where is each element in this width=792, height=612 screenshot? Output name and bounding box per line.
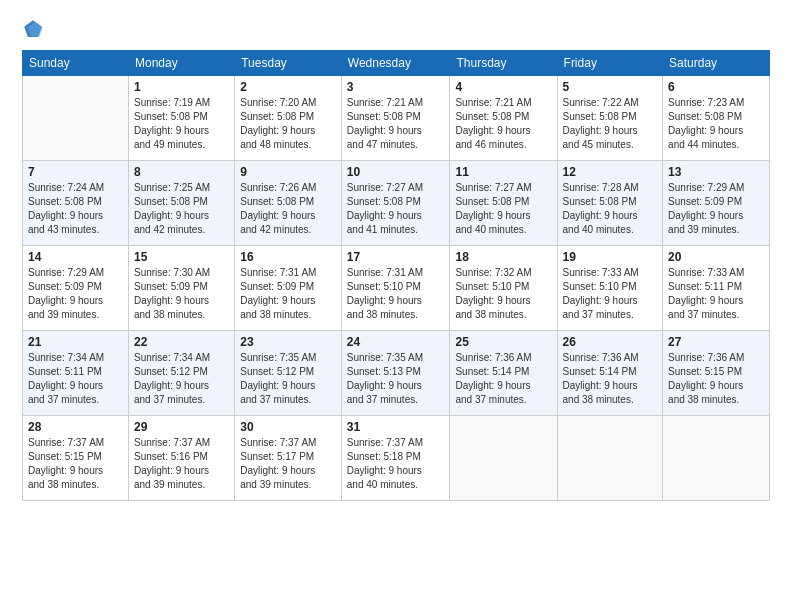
day-info: Sunrise: 7:36 AM Sunset: 5:14 PM Dayligh… [563, 351, 658, 407]
day-info: Sunrise: 7:37 AM Sunset: 5:16 PM Dayligh… [134, 436, 229, 492]
calendar-cell: 28Sunrise: 7:37 AM Sunset: 5:15 PM Dayli… [23, 416, 129, 501]
day-number: 22 [134, 335, 229, 349]
weekday-header: Monday [129, 51, 235, 76]
page: SundayMondayTuesdayWednesdayThursdayFrid… [0, 0, 792, 612]
day-info: Sunrise: 7:28 AM Sunset: 5:08 PM Dayligh… [563, 181, 658, 237]
weekday-header: Friday [557, 51, 663, 76]
calendar-cell: 7Sunrise: 7:24 AM Sunset: 5:08 PM Daylig… [23, 161, 129, 246]
calendar-week-row: 7Sunrise: 7:24 AM Sunset: 5:08 PM Daylig… [23, 161, 770, 246]
calendar-week-row: 1Sunrise: 7:19 AM Sunset: 5:08 PM Daylig… [23, 76, 770, 161]
day-info: Sunrise: 7:34 AM Sunset: 5:12 PM Dayligh… [134, 351, 229, 407]
day-number: 26 [563, 335, 658, 349]
day-info: Sunrise: 7:29 AM Sunset: 5:09 PM Dayligh… [668, 181, 764, 237]
day-number: 9 [240, 165, 336, 179]
day-info: Sunrise: 7:20 AM Sunset: 5:08 PM Dayligh… [240, 96, 336, 152]
calendar-cell [663, 416, 770, 501]
day-number: 29 [134, 420, 229, 434]
calendar-week-row: 28Sunrise: 7:37 AM Sunset: 5:15 PM Dayli… [23, 416, 770, 501]
day-info: Sunrise: 7:33 AM Sunset: 5:10 PM Dayligh… [563, 266, 658, 322]
day-info: Sunrise: 7:26 AM Sunset: 5:08 PM Dayligh… [240, 181, 336, 237]
calendar-cell: 13Sunrise: 7:29 AM Sunset: 5:09 PM Dayli… [663, 161, 770, 246]
day-info: Sunrise: 7:22 AM Sunset: 5:08 PM Dayligh… [563, 96, 658, 152]
calendar-cell: 18Sunrise: 7:32 AM Sunset: 5:10 PM Dayli… [450, 246, 557, 331]
calendar-cell [557, 416, 663, 501]
calendar-cell: 30Sunrise: 7:37 AM Sunset: 5:17 PM Dayli… [235, 416, 342, 501]
day-number: 1 [134, 80, 229, 94]
day-info: Sunrise: 7:24 AM Sunset: 5:08 PM Dayligh… [28, 181, 123, 237]
day-number: 3 [347, 80, 445, 94]
day-info: Sunrise: 7:34 AM Sunset: 5:11 PM Dayligh… [28, 351, 123, 407]
weekday-row: SundayMondayTuesdayWednesdayThursdayFrid… [23, 51, 770, 76]
day-number: 18 [455, 250, 551, 264]
day-number: 23 [240, 335, 336, 349]
day-number: 24 [347, 335, 445, 349]
day-info: Sunrise: 7:21 AM Sunset: 5:08 PM Dayligh… [347, 96, 445, 152]
day-info: Sunrise: 7:29 AM Sunset: 5:09 PM Dayligh… [28, 266, 123, 322]
day-info: Sunrise: 7:21 AM Sunset: 5:08 PM Dayligh… [455, 96, 551, 152]
day-number: 15 [134, 250, 229, 264]
header [22, 18, 770, 40]
calendar-cell: 2Sunrise: 7:20 AM Sunset: 5:08 PM Daylig… [235, 76, 342, 161]
calendar-cell: 1Sunrise: 7:19 AM Sunset: 5:08 PM Daylig… [129, 76, 235, 161]
day-info: Sunrise: 7:27 AM Sunset: 5:08 PM Dayligh… [455, 181, 551, 237]
day-number: 16 [240, 250, 336, 264]
calendar-table: SundayMondayTuesdayWednesdayThursdayFrid… [22, 50, 770, 501]
day-info: Sunrise: 7:36 AM Sunset: 5:14 PM Dayligh… [455, 351, 551, 407]
day-info: Sunrise: 7:31 AM Sunset: 5:09 PM Dayligh… [240, 266, 336, 322]
day-number: 19 [563, 250, 658, 264]
day-number: 10 [347, 165, 445, 179]
day-number: 31 [347, 420, 445, 434]
day-info: Sunrise: 7:27 AM Sunset: 5:08 PM Dayligh… [347, 181, 445, 237]
calendar-cell: 27Sunrise: 7:36 AM Sunset: 5:15 PM Dayli… [663, 331, 770, 416]
day-number: 30 [240, 420, 336, 434]
calendar-cell: 21Sunrise: 7:34 AM Sunset: 5:11 PM Dayli… [23, 331, 129, 416]
weekday-header: Thursday [450, 51, 557, 76]
calendar-cell: 6Sunrise: 7:23 AM Sunset: 5:08 PM Daylig… [663, 76, 770, 161]
day-info: Sunrise: 7:37 AM Sunset: 5:15 PM Dayligh… [28, 436, 123, 492]
day-number: 6 [668, 80, 764, 94]
calendar-cell: 20Sunrise: 7:33 AM Sunset: 5:11 PM Dayli… [663, 246, 770, 331]
day-number: 20 [668, 250, 764, 264]
calendar-cell: 4Sunrise: 7:21 AM Sunset: 5:08 PM Daylig… [450, 76, 557, 161]
day-number: 25 [455, 335, 551, 349]
day-number: 4 [455, 80, 551, 94]
calendar-cell: 24Sunrise: 7:35 AM Sunset: 5:13 PM Dayli… [341, 331, 450, 416]
day-number: 2 [240, 80, 336, 94]
calendar-cell: 26Sunrise: 7:36 AM Sunset: 5:14 PM Dayli… [557, 331, 663, 416]
day-number: 7 [28, 165, 123, 179]
calendar-body: 1Sunrise: 7:19 AM Sunset: 5:08 PM Daylig… [23, 76, 770, 501]
day-number: 28 [28, 420, 123, 434]
day-number: 13 [668, 165, 764, 179]
day-number: 27 [668, 335, 764, 349]
logo [22, 18, 48, 40]
day-info: Sunrise: 7:30 AM Sunset: 5:09 PM Dayligh… [134, 266, 229, 322]
calendar-cell: 31Sunrise: 7:37 AM Sunset: 5:18 PM Dayli… [341, 416, 450, 501]
day-info: Sunrise: 7:37 AM Sunset: 5:17 PM Dayligh… [240, 436, 336, 492]
logo-icon [22, 18, 44, 40]
day-info: Sunrise: 7:37 AM Sunset: 5:18 PM Dayligh… [347, 436, 445, 492]
day-info: Sunrise: 7:35 AM Sunset: 5:12 PM Dayligh… [240, 351, 336, 407]
calendar-cell: 29Sunrise: 7:37 AM Sunset: 5:16 PM Dayli… [129, 416, 235, 501]
calendar-cell: 12Sunrise: 7:28 AM Sunset: 5:08 PM Dayli… [557, 161, 663, 246]
calendar-cell: 14Sunrise: 7:29 AM Sunset: 5:09 PM Dayli… [23, 246, 129, 331]
day-info: Sunrise: 7:32 AM Sunset: 5:10 PM Dayligh… [455, 266, 551, 322]
weekday-header: Saturday [663, 51, 770, 76]
day-number: 11 [455, 165, 551, 179]
day-info: Sunrise: 7:31 AM Sunset: 5:10 PM Dayligh… [347, 266, 445, 322]
weekday-header: Tuesday [235, 51, 342, 76]
calendar-cell: 5Sunrise: 7:22 AM Sunset: 5:08 PM Daylig… [557, 76, 663, 161]
day-number: 12 [563, 165, 658, 179]
day-number: 21 [28, 335, 123, 349]
calendar-cell: 17Sunrise: 7:31 AM Sunset: 5:10 PM Dayli… [341, 246, 450, 331]
calendar-cell: 22Sunrise: 7:34 AM Sunset: 5:12 PM Dayli… [129, 331, 235, 416]
calendar-week-row: 21Sunrise: 7:34 AM Sunset: 5:11 PM Dayli… [23, 331, 770, 416]
calendar-week-row: 14Sunrise: 7:29 AM Sunset: 5:09 PM Dayli… [23, 246, 770, 331]
calendar-cell: 8Sunrise: 7:25 AM Sunset: 5:08 PM Daylig… [129, 161, 235, 246]
calendar-cell: 10Sunrise: 7:27 AM Sunset: 5:08 PM Dayli… [341, 161, 450, 246]
day-number: 8 [134, 165, 229, 179]
weekday-header: Wednesday [341, 51, 450, 76]
day-number: 14 [28, 250, 123, 264]
calendar-cell: 15Sunrise: 7:30 AM Sunset: 5:09 PM Dayli… [129, 246, 235, 331]
day-info: Sunrise: 7:25 AM Sunset: 5:08 PM Dayligh… [134, 181, 229, 237]
calendar-cell [450, 416, 557, 501]
